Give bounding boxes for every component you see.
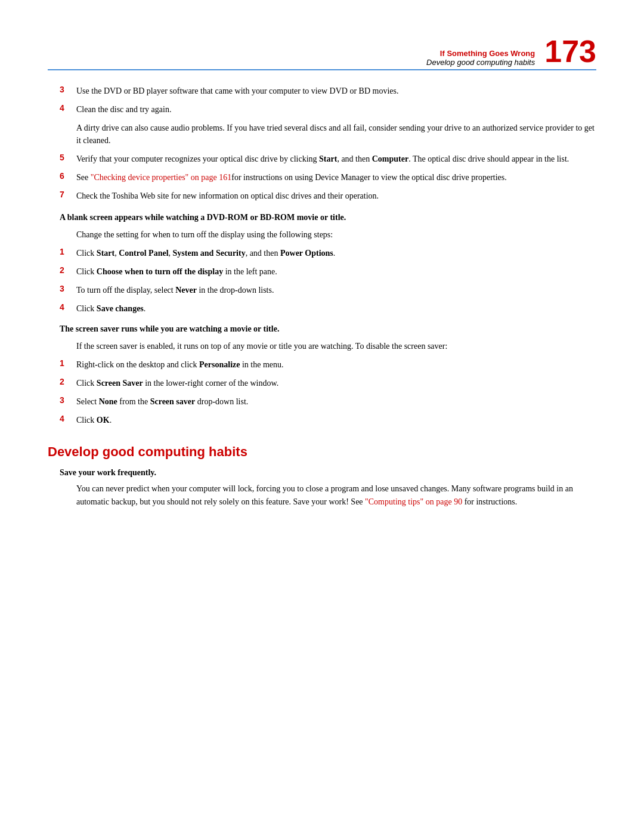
page-header: If Something Goes Wrong Develop good com… bbox=[48, 36, 596, 67]
header-chapter: If Something Goes Wrong bbox=[48, 49, 535, 58]
list-item: 2 Click Screen Saver in the lower-right … bbox=[48, 377, 596, 389]
item-number-5: 5 bbox=[60, 153, 76, 165]
list-item: 1 Right-click on the desktop and click P… bbox=[48, 358, 596, 371]
page: If Something Goes Wrong Develop good com… bbox=[0, 0, 644, 833]
blank-screen-heading: A blank screen appears while watching a … bbox=[48, 213, 596, 222]
ss-step-content-2: Click Screen Saver in the lower-right co… bbox=[76, 377, 596, 389]
item-number-7: 7 bbox=[60, 190, 76, 202]
ss-step-number-2: 2 bbox=[60, 377, 76, 389]
blank-step-content-1: Click Start, Control Panel, System and S… bbox=[76, 247, 596, 259]
header-section: Develop good computing habits bbox=[48, 58, 535, 67]
header-rule bbox=[48, 69, 596, 70]
blank-step-number-1: 1 bbox=[60, 247, 76, 259]
screen-saver-heading: The screen saver runs while you are watc… bbox=[48, 324, 596, 334]
page-number: 173 bbox=[544, 36, 596, 67]
ss-step-content-4: Click OK. bbox=[76, 414, 596, 426]
list-item: 2 Click Choose when to turn off the disp… bbox=[48, 265, 596, 278]
save-work-heading: Save your work frequently. bbox=[48, 468, 596, 478]
list-item: 3 Select None from the Screen saver drop… bbox=[48, 395, 596, 408]
blank-step-content-4: Click Save changes. bbox=[76, 302, 596, 315]
ss-step-number-1: 1 bbox=[60, 358, 76, 371]
ss-step-number-4: 4 bbox=[60, 414, 76, 426]
blank-step-number-3: 3 bbox=[60, 284, 76, 296]
sub-para-item4: A dirty drive can also cause audio probl… bbox=[48, 122, 596, 147]
develop-habits-title: Develop good computing habits bbox=[48, 444, 596, 460]
item-content-7: Check the Toshiba Web site for new infor… bbox=[76, 190, 596, 202]
list-item: 4 Click Save changes. bbox=[48, 302, 596, 315]
item-number-6: 6 bbox=[60, 171, 76, 184]
screen-saver-intro: If the screen saver is enabled, it runs … bbox=[48, 340, 596, 352]
list-item: 1 Click Start, Control Panel, System and… bbox=[48, 247, 596, 259]
item-content-3: Use the DVD or BD player software that c… bbox=[76, 85, 596, 97]
blank-screen-intro: Change the setting for when to turn off … bbox=[48, 228, 596, 241]
list-item: 7 Check the Toshiba Web site for new inf… bbox=[48, 190, 596, 202]
save-work-para: You can never predict when your computer… bbox=[48, 482, 596, 509]
list-item: 6 See "Checking device properties" on pa… bbox=[48, 171, 596, 184]
item-number-4: 4 bbox=[60, 103, 76, 116]
device-properties-link[interactable]: "Checking device properties" on page 161 bbox=[91, 173, 232, 182]
blank-step-content-2: Click Choose when to turn off the displa… bbox=[76, 265, 596, 278]
item-content-5: Verify that your computer recognizes you… bbox=[76, 153, 596, 165]
blank-step-content-3: To turn off the display, select Never in… bbox=[76, 284, 596, 296]
item-content-4: Clean the disc and try again. bbox=[76, 103, 596, 116]
list-item: 4 Clean the disc and try again. bbox=[48, 103, 596, 116]
list-item: 5 Verify that your computer recognizes y… bbox=[48, 153, 596, 165]
item-content-6: See "Checking device properties" on page… bbox=[76, 171, 596, 184]
blank-step-number-4: 4 bbox=[60, 302, 76, 315]
list-item: 3 Use the DVD or BD player software that… bbox=[48, 85, 596, 97]
list-item: 3 To turn off the display, select Never … bbox=[48, 284, 596, 296]
ss-step-content-1: Right-click on the desktop and click Per… bbox=[76, 358, 596, 371]
item-number-3: 3 bbox=[60, 85, 76, 97]
ss-step-number-3: 3 bbox=[60, 395, 76, 408]
computing-tips-link[interactable]: "Computing tips" on page 90 bbox=[365, 497, 462, 506]
ss-step-content-3: Select None from the Screen saver drop-d… bbox=[76, 395, 596, 408]
header-text-group: If Something Goes Wrong Develop good com… bbox=[48, 49, 535, 67]
blank-step-number-2: 2 bbox=[60, 265, 76, 278]
list-item: 4 Click OK. bbox=[48, 414, 596, 426]
